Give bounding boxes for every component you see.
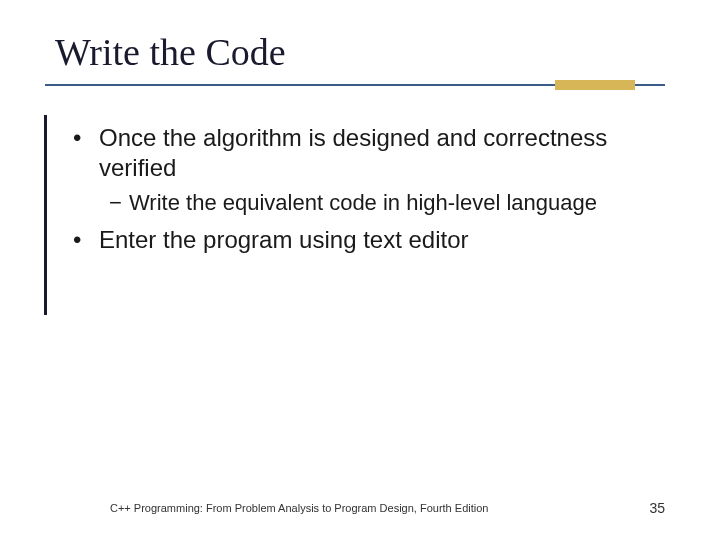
bullet-text: Once the algorithm is designed and corre…	[99, 124, 607, 181]
page-number: 35	[649, 500, 665, 516]
bullet-item: −Write the equivalent code in high-level…	[109, 189, 665, 217]
left-border-accent	[44, 115, 47, 315]
divider-accent	[555, 80, 635, 90]
bullet-marker-icon: •	[73, 123, 99, 153]
footer-source: C++ Programming: From Problem Analysis t…	[110, 502, 488, 514]
dash-marker-icon: −	[109, 189, 129, 217]
bullet-marker-icon: •	[73, 225, 99, 255]
bullet-item: •Once the algorithm is designed and corr…	[73, 123, 665, 183]
slide-content: •Once the algorithm is designed and corr…	[55, 118, 665, 255]
slide-footer: C++ Programming: From Problem Analysis t…	[0, 500, 720, 516]
slide-title: Write the Code	[55, 30, 665, 74]
bullet-item: •Enter the program using text editor	[73, 225, 665, 255]
slide: Write the Code •Once the algorithm is de…	[0, 0, 720, 540]
bullet-text: Enter the program using text editor	[99, 226, 469, 253]
bullet-text: Write the equivalent code in high-level …	[129, 190, 597, 215]
title-divider	[55, 84, 665, 88]
